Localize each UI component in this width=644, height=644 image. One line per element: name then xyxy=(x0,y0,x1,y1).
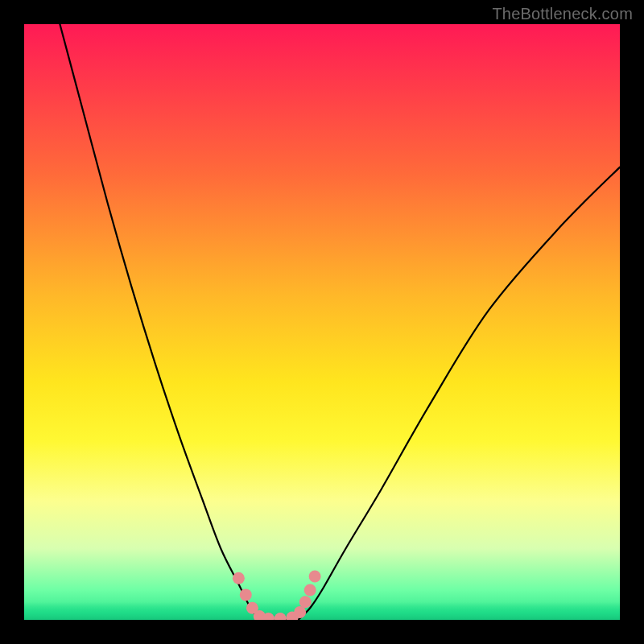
plot-area xyxy=(24,24,620,620)
marker-point xyxy=(309,570,321,582)
series-right-curve xyxy=(298,167,620,620)
marker-point xyxy=(240,588,252,601)
series-group xyxy=(60,24,620,620)
chart-frame: TheBottleneck.com xyxy=(0,0,644,644)
marker-point xyxy=(275,613,287,620)
marker-point xyxy=(299,596,312,608)
marker-point xyxy=(233,572,245,584)
marker-group xyxy=(233,570,321,620)
chart-svg xyxy=(24,24,620,620)
series-left-curve xyxy=(60,24,259,620)
marker-point xyxy=(304,584,316,597)
watermark-text: TheBottleneck.com xyxy=(492,5,633,23)
